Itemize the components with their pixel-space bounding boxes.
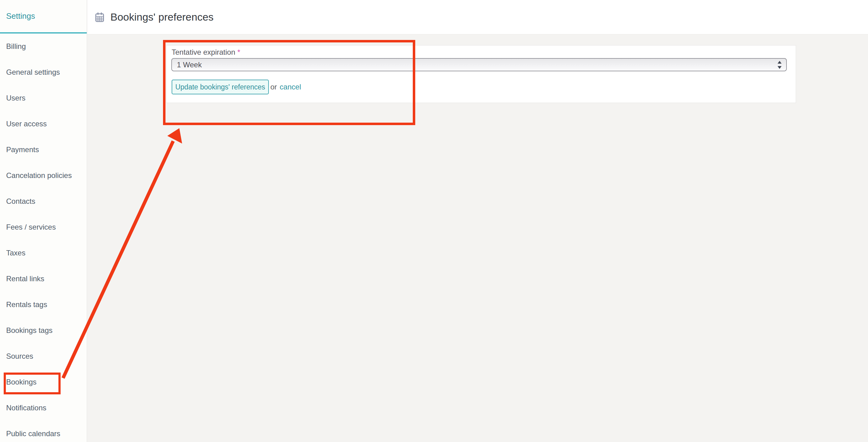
sidebar-title-settings[interactable]: Settings (0, 0, 87, 32)
calendar-icon (95, 12, 104, 22)
select-stepper-arrows-icon (777, 61, 782, 69)
or-cancel-group: or cancel (270, 79, 301, 94)
sidebar-item-fees-services[interactable]: Fees / services (0, 214, 87, 240)
cancel-link[interactable]: cancel (280, 83, 301, 91)
sidebar-item-users[interactable]: Users (0, 85, 87, 111)
sidebar-item-bookings[interactable]: Bookings (0, 369, 87, 395)
sidebar-item-payments[interactable]: Payments (0, 137, 87, 163)
or-text: or (270, 83, 277, 91)
bookings-preferences-panel: Tentative expiration* 1 Week Update book… (166, 45, 796, 103)
sidebar-item-taxes[interactable]: Taxes (0, 240, 87, 266)
sidebar-item-billing[interactable]: Billing (0, 34, 87, 59)
sidebar-item-cancelation-policies[interactable]: Cancelation policies (0, 163, 87, 189)
app-window: Settings Billing General settings Users … (0, 0, 868, 442)
field-label-text: Tentative expiration (172, 48, 235, 56)
sidebar-item-user-access[interactable]: User access (0, 111, 87, 137)
update-bookings-references-button[interactable]: Update bookings' references (172, 79, 269, 94)
page-title: Bookings' preferences (111, 11, 214, 23)
sidebar-item-rentals-tags[interactable]: Rentals tags (0, 292, 87, 317)
required-asterisk: * (238, 48, 240, 56)
sidebar-item-notifications[interactable]: Notifications (0, 395, 87, 421)
sidebar-item-rental-links[interactable]: Rental links (0, 266, 87, 292)
sidebar-item-bookings-tags[interactable]: Bookings tags (0, 317, 87, 343)
sidebar-item-contacts[interactable]: Contacts (0, 189, 87, 214)
sidebar-item-public-calendars[interactable]: Public calendars (0, 421, 87, 442)
sidebar-item-general-settings[interactable]: General settings (0, 59, 87, 85)
tentative-expiration-select[interactable]: 1 Week (171, 58, 787, 71)
settings-sidebar: Settings Billing General settings Users … (0, 0, 87, 442)
page-header: Bookings' preferences (87, 0, 868, 34)
select-selected-value: 1 Week (177, 61, 202, 69)
tentative-expiration-label: Tentative expiration* (172, 48, 240, 57)
sidebar-item-sources[interactable]: Sources (0, 343, 87, 369)
sidebar-nav: Billing General settings Users User acce… (0, 34, 87, 442)
